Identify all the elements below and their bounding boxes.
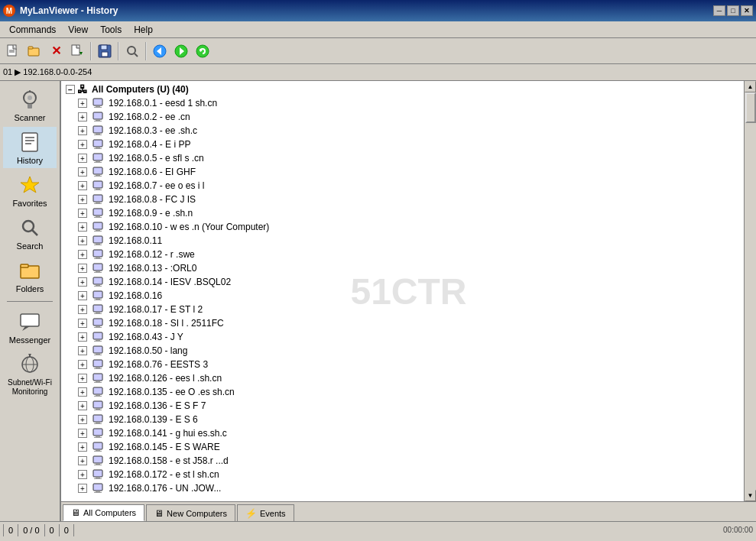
new-button[interactable] [3,41,23,61]
refresh-button[interactable] [193,41,213,61]
sidebar-item-folders[interactable]: Folders [3,255,57,296]
computer-icon [92,276,104,288]
tree-item[interactable]: + 192.168.0.10 - w es .n (Your Computer) [63,220,742,234]
tree-item[interactable]: + 192.168.0.1 - eesd 1 sh.cn [63,96,742,110]
forward-button[interactable] [171,41,191,61]
tree-item[interactable]: + 192.168.0.43 - J Y [63,330,742,344]
expand-btn[interactable]: + [78,236,87,245]
expand-btn[interactable]: + [78,291,87,300]
save-button[interactable] [95,41,115,61]
computer-icon [92,235,104,247]
tree-item[interactable]: + 192.168.0.11 [63,234,742,248]
root-expand-btn[interactable]: − [66,85,75,94]
svg-rect-47 [93,140,102,147]
maximize-button[interactable]: □ [727,5,739,16]
tree-root-item[interactable]: − 🖧 All Computers (U) (40) [63,83,742,96]
expand-btn[interactable]: + [78,264,87,273]
expand-btn[interactable]: + [78,401,87,410]
computer-icon [92,358,104,371]
expand-btn[interactable]: + [78,112,87,121]
tree-item[interactable]: + 192.168.0.9 - e .sh.n [63,206,742,220]
expand-btn[interactable]: + [78,154,87,163]
tree-item[interactable]: + 192.168.0.3 - ee .sh.c [63,124,742,138]
tree-item[interactable]: + 192.168.0.4 - E i PP [63,138,742,151]
expand-btn[interactable]: + [78,415,87,424]
tree-scrollbar[interactable]: ▲ ▼ [744,81,756,501]
expand-btn[interactable]: + [78,429,87,438]
minimize-button[interactable]: ─ [713,5,725,16]
menu-view[interactable]: View [62,23,94,37]
tree-item[interactable]: + 192.168.0.141 - g hui es.sh.c [63,426,742,440]
tree-item[interactable]: + 192.168.0.17 - E ST l 2 [63,303,742,316]
expand-btn[interactable]: + [78,442,87,452]
scroll-up-btn[interactable]: ▲ [745,81,756,92]
expand-btn[interactable]: + [78,167,87,177]
expand-btn[interactable]: + [78,126,87,135]
tab-all-computers[interactable]: 🖥 All Computers [63,504,144,521]
tree-item[interactable]: + 192.168.0.13 - :ORL0 [63,261,742,275]
expand-btn[interactable]: + [78,209,87,218]
tree-item[interactable]: + 192.168.0.176 - UN .JOW... [63,481,742,495]
expand-btn[interactable]: + [78,277,87,287]
tree-item[interactable]: + 192.168.0.12 - r .swe [63,248,742,261]
svg-rect-64 [94,217,102,218]
tree-item[interactable]: + 192.168.0.14 - IESV .BSQL02 [63,275,742,289]
tree-item[interactable]: + 192.168.0.50 - lang [63,344,742,358]
expand-btn[interactable]: + [78,250,87,259]
tree-item[interactable]: + 192.168.0.135 - ee O .es sh.cn [63,385,742,399]
subnet-icon [18,352,42,377]
sidebar-item-scanner[interactable]: Scanner [3,84,57,125]
expand-btn[interactable]: + [78,332,87,342]
close-button[interactable]: ✕ [741,5,753,16]
svg-line-11 [135,53,138,57]
expand-btn[interactable]: + [78,140,87,149]
tree-item[interactable]: + 192.168.0.158 - e st J58.r ...d [63,454,742,468]
sidebar-item-subnet[interactable]: Subnet/Wi-Fi Monitoring [3,349,57,400]
menu-commands[interactable]: Commands [3,23,62,37]
expand-btn[interactable]: + [78,374,87,383]
menu-help[interactable]: Help [128,23,159,37]
sidebar-item-favorites[interactable]: Favorites [3,170,57,211]
sidebar-item-history[interactable]: History [3,127,57,168]
svg-rect-4 [28,47,33,49]
search-button[interactable] [122,41,142,61]
expand-btn[interactable]: + [78,360,87,369]
tree-item[interactable]: + 192.168.0.18 - SI l . 2511FC [63,316,742,330]
tree-item[interactable]: + 192.168.0.126 - ees l .sh.cn [63,371,742,385]
import-button[interactable] [67,41,87,61]
expand-btn[interactable]: + [78,195,87,204]
tree-item[interactable]: + 192.168.0.7 - ee o es i l [63,179,742,193]
expand-btn[interactable]: + [78,222,87,232]
sidebar-item-messenger[interactable]: Messenger [3,306,57,348]
expand-btn[interactable]: + [78,470,87,479]
expand-btn[interactable]: + [78,484,87,493]
expand-btn[interactable]: + [78,387,87,397]
tree-item[interactable]: + 192.168.0.172 - e st l sh.cn [63,468,742,481]
tree-item[interactable]: + 192.168.0.6 - EI GHF [63,165,742,179]
tree-item[interactable]: + 192.168.0.8 - FC J IS [63,193,742,206]
scroll-down-btn[interactable]: ▼ [745,490,756,501]
tree-item[interactable]: + 192.168.0.136 - E S F 7 [63,399,742,413]
tree-item[interactable]: + 192.168.0.76 - EESTS 3 [63,358,742,371]
tree-item[interactable]: + 192.168.0.16 [63,289,742,303]
expand-btn[interactable]: + [78,181,87,190]
tree-item[interactable]: + 192.168.0.145 - E S WARE [63,440,742,454]
open-button[interactable] [24,41,44,61]
expand-btn[interactable]: + [78,305,87,314]
tab-new-computers[interactable]: 🖥 New Computers [146,504,235,521]
menu-tools[interactable]: Tools [94,23,128,37]
delete-button[interactable]: ✕ [46,41,66,61]
tree-view[interactable]: 51CTR − 🖧 All Computers (U) (40) + 192.1… [61,81,756,501]
sidebar-item-search[interactable]: Search [3,212,57,254]
tree-item[interactable]: + 192.168.0.5 - e sfl s .cn [63,151,742,165]
sidebar-divider [7,301,53,302]
expand-btn[interactable]: + [78,456,87,465]
tree-item[interactable]: + 192.168.0.2 - ee .cn [63,110,742,124]
scroll-thumb[interactable] [745,92,756,123]
tree-item[interactable]: + 192.168.0.139 - E S 6 [63,413,742,426]
expand-btn[interactable]: + [78,99,87,108]
expand-btn[interactable]: + [78,346,87,355]
tab-events[interactable]: ⚡ Events [237,504,294,521]
back-button[interactable] [150,41,170,61]
expand-btn[interactable]: + [78,319,87,328]
